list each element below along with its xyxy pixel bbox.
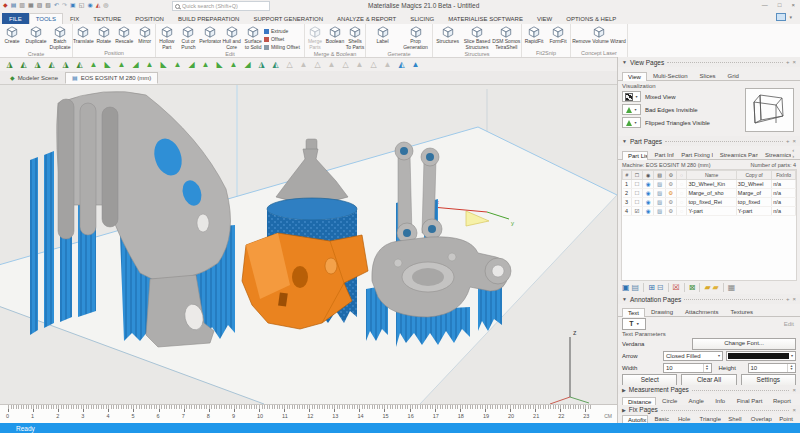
part-row[interactable]: 3☐◉▧⚙◌top_fixed_Reitop_fixedn/a (623, 198, 796, 207)
tab-slices[interactable]: Slices (694, 71, 722, 80)
viewport-tool-icon-11[interactable]: ▲ (143, 58, 156, 71)
column-name[interactable]: Name (687, 171, 736, 180)
ribbon-tab-view[interactable]: VIEW (530, 13, 559, 24)
height-stepper[interactable]: 10 ▲▼ (748, 363, 797, 373)
part-list-table[interactable]: #☐◉▧⚙◌NameCopy ofFixInfo 1☐◉▧⚙◌3D_Wheel_… (621, 169, 797, 281)
viewport-tool-icon-30[interactable]: ▲ (409, 58, 422, 71)
tab-multi-section[interactable]: Multi-Section (647, 71, 694, 80)
viewport-tool-icon-10[interactable]: ◢ (129, 58, 142, 71)
stepper-arrows[interactable]: ▲▼ (787, 364, 795, 372)
fix-pages-header[interactable]: ▶ Fix Pages × (618, 405, 800, 414)
tab-scroll-arrows[interactable]: ‹ › (792, 147, 796, 159)
viewport-tool-icon-1[interactable]: ◮ (3, 58, 16, 71)
visibility-icon[interactable]: ◉ (643, 198, 654, 207)
scene-tab-eos-eosint-m-280-mm[interactable]: ▤EOS EOSINT M 280 (mm) (65, 72, 158, 84)
tab-basic[interactable]: Basic (648, 414, 672, 423)
width-stepper[interactable]: 10 ▲▼ (663, 363, 712, 373)
ribbon-button-remove-volume-wizard[interactable]: Remove Volume Wizard (571, 26, 627, 49)
ribbon-button-rapidfit[interactable]: RapidFit (522, 26, 546, 49)
save-parts-icon[interactable]: ▰ (713, 282, 719, 293)
ribbon-button-formfit[interactable]: FormFit (546, 26, 570, 49)
viewport-tool-icon-2[interactable]: ◭ (17, 58, 30, 71)
close-button[interactable]: × (791, 1, 795, 9)
tab-hole[interactable]: Hole (672, 414, 694, 423)
column-fixinfo[interactable]: FixInfo (772, 171, 796, 180)
part-3d-wheel-kin[interactable] (30, 91, 235, 347)
ribbon-button-extrude[interactable]: Extrude (264, 28, 304, 34)
close-icon[interactable]: × (792, 137, 796, 145)
part-row[interactable]: 2☐◉▧⚙◌Marge_of_shoMarge_ofn/a (623, 189, 796, 198)
support-state-icon[interactable]: ◌ (676, 207, 687, 216)
ribbon-tab-options-help[interactable]: OPTIONS & HELP (559, 13, 623, 24)
column-gear-icon[interactable]: ⚙ (665, 171, 676, 180)
duplicate-platform-icon[interactable]: ⊟ (657, 282, 664, 293)
view-option-button[interactable]: ▾ (622, 104, 641, 115)
restore-button[interactable]: □ (778, 1, 782, 9)
tab-attachments[interactable]: Attachments (679, 307, 724, 316)
part-color-icon[interactable]: ▧ (654, 180, 666, 189)
column-support-icon[interactable]: ◌ (676, 171, 687, 180)
tab-point[interactable]: Point (773, 414, 796, 423)
viewport-tool-icon-20[interactable]: ◭ (269, 58, 282, 71)
measure-icon[interactable]: ◭ (96, 1, 101, 10)
ribbon-button-batch-duplicate[interactable]: Batch Duplicate (48, 26, 72, 50)
select-checkbox[interactable]: ☐ (631, 189, 643, 198)
viewport-tool-icon-4[interactable]: ◭ (45, 58, 58, 71)
tab-triangle[interactable]: Triangle (694, 414, 723, 423)
viewport-tool-icon-24[interactable]: ▲ (325, 58, 338, 71)
view-pages-header[interactable]: ▼ View Pages + × (618, 57, 800, 67)
column-eye-icon[interactable]: ◉ (643, 171, 654, 180)
support-state-icon[interactable]: ◌ (676, 189, 687, 198)
ribbon-tab-texture[interactable]: TEXTURE (86, 13, 128, 24)
viewport-tool-icon-25[interactable]: △ (339, 58, 352, 71)
tab-view[interactable]: View (622, 72, 647, 81)
viewport-tool-icon-12[interactable]: ◣ (157, 58, 170, 71)
delete-platform-icon[interactable]: ☒ (673, 282, 680, 293)
tab-part-list[interactable]: Part List (622, 151, 648, 160)
export-platform-icon[interactable]: ▧ (45, 1, 51, 10)
close-icon[interactable]: × (792, 295, 796, 303)
viewport-3d[interactable]: x y z (0, 85, 617, 404)
tab-overlap[interactable]: Overlap (745, 414, 773, 423)
close-icon[interactable]: × (792, 386, 796, 394)
ribbon-button-duplicate[interactable]: Duplicate (24, 26, 48, 50)
ribbon-tab-build-preparation[interactable]: BUILD PREPARATION (171, 13, 246, 24)
merge-platform-icon[interactable]: ⊠ (689, 282, 696, 293)
redo-icon[interactable]: ↷ (62, 1, 67, 10)
tab-drawing[interactable]: Drawing (645, 307, 679, 316)
support-state-icon[interactable]: ◌ (676, 180, 687, 189)
tab-angle[interactable]: Angle (683, 396, 710, 405)
column-checkbox-icon[interactable]: ☐ (631, 171, 643, 180)
new-platform-icon[interactable]: ▤ (11, 1, 17, 10)
viewport-tool-icon-29[interactable]: ◭ (395, 58, 408, 71)
arrow-color-select[interactable]: ▾ (726, 351, 796, 361)
ribbon-button-perforator[interactable]: Perforator (199, 26, 221, 50)
search-icon[interactable]: ◎ (103, 1, 108, 10)
viewport-tool-icon-9[interactable]: ▲ (115, 58, 128, 71)
viewport-tool-icon-16[interactable]: ◣ (213, 58, 226, 71)
ribbon-button-label[interactable]: Label (366, 26, 399, 50)
load-parts-icon[interactable]: ▰ (704, 282, 710, 293)
ribbon-button-create[interactable]: Create (0, 26, 24, 50)
tab-info[interactable]: Info (709, 396, 730, 405)
part-pages-header[interactable]: ▼ Part Pages + × (618, 136, 800, 146)
tab-part-fixing-info[interactable]: Part Fixing Info (675, 150, 713, 159)
ribbon-button-mirror[interactable]: Mirror (135, 26, 156, 49)
tab-report[interactable]: Report (767, 396, 796, 405)
viewport-tool-icon-27[interactable]: △ (367, 58, 380, 71)
tab-textures[interactable]: Textures (724, 307, 759, 316)
scene-tab-modeler-scene[interactable]: ◆Modeler Scene (3, 72, 65, 84)
viewport-tool-icon-26[interactable]: ▲ (353, 58, 366, 71)
part-list-view-icon[interactable]: ▤ (632, 282, 640, 293)
text-annotation-tool-button[interactable]: T ▾ (622, 318, 646, 330)
ribbon-button-surface-to-solid[interactable]: Surface to Solid (242, 26, 264, 50)
select-checkbox[interactable]: ☐ (631, 198, 643, 207)
ribbon-button-boolean[interactable]: Boolean (325, 26, 345, 50)
part-color-icon[interactable]: ▧ (654, 198, 666, 207)
annotation-pages-header[interactable]: ▼ Annotation Pages + × (618, 294, 800, 304)
tab-autofix[interactable]: Autofix (622, 415, 648, 423)
viewport-tool-icon-21[interactable]: △ (283, 58, 296, 71)
quick-search-box[interactable]: Quick search (Shift+Q) (172, 1, 270, 11)
tab-streamics-part-info[interactable]: Streamics Part Info (714, 150, 759, 159)
ribbon-tab-file[interactable]: FILE (2, 13, 29, 24)
